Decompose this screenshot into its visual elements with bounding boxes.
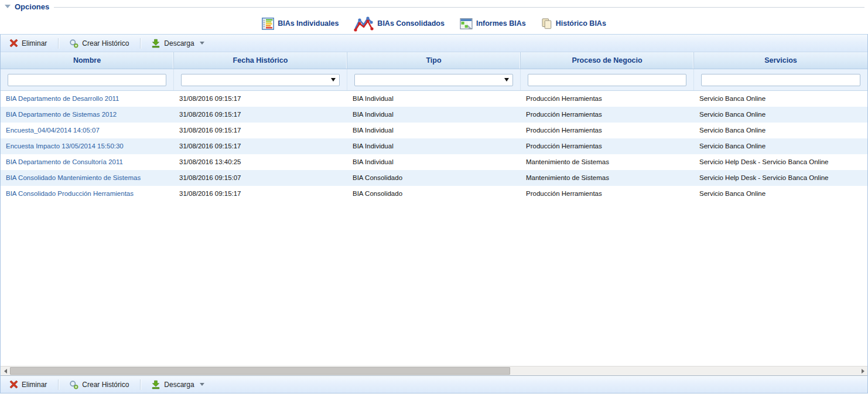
grid-body: BIA Departamento de Desarrollo 2011 31/0… <box>1 91 867 366</box>
nav-bias-individuales[interactable]: BIAs Individuales <box>262 18 339 30</box>
download-icon <box>151 380 160 389</box>
table-row[interactable]: BIA Departamento de Consultoría 2011 31/… <box>1 154 867 170</box>
crear-historico-label: Crear Histórico <box>82 39 129 47</box>
cell-proceso: Producción Herramientas <box>521 123 694 138</box>
column-header-servicios[interactable]: Servicios <box>694 52 867 69</box>
nav-label: BIAs Consolidados <box>377 19 445 28</box>
cell-tipo: BIA Individual <box>347 91 521 107</box>
cell-nombre[interactable]: Encuesta Impacto 13/05/2014 15:50:30 <box>1 138 174 154</box>
cell-fecha: 31/08/2016 09:15:17 <box>174 107 347 123</box>
chevron-down-icon <box>200 383 204 386</box>
cell-fecha: 31/08/2016 09:15:17 <box>174 138 347 154</box>
column-header-proceso-negocio[interactable]: Proceso de Negocio <box>521 52 694 69</box>
table-row[interactable]: BIA Departamento de Desarrollo 2011 31/0… <box>1 91 867 107</box>
magnifier-plus-icon <box>69 380 78 389</box>
column-header-fecha-historico[interactable]: Fecha Histórico <box>174 52 347 69</box>
scroll-left-arrow-icon <box>4 369 7 374</box>
historico-bias-screen: Opciones BIAs Individuales BIAs Consolid… <box>0 0 868 393</box>
cell-nombre[interactable]: BIA Departamento de Consultoría 2011 <box>1 154 174 170</box>
toolbar-separator <box>140 379 141 390</box>
cell-proceso: Mantenimiento de Sistemas <box>521 170 694 186</box>
descarga-button-bottom[interactable]: Descarga <box>146 378 210 392</box>
nav-label: Histórico BIAs <box>556 19 606 28</box>
dropdown-caret-icon <box>504 78 509 82</box>
scroll-right-arrow-icon <box>862 369 864 374</box>
horizontal-scrollbar[interactable] <box>1 366 867 375</box>
cell-tipo: BIA Consolidado <box>347 186 521 202</box>
history-documents-icon <box>541 18 552 29</box>
eliminar-label: Eliminar <box>22 39 47 47</box>
magnifier-plus-icon <box>69 39 78 48</box>
cell-servicios: Servicio Banca Online <box>694 91 867 107</box>
nav-bias-consolidados[interactable]: BIAs Consolidados <box>354 16 445 32</box>
cell-servicios: Servicio Banca Online <box>694 186 867 202</box>
cell-proceso: Producción Herramientas <box>521 107 694 123</box>
line-chart-icon <box>354 16 374 32</box>
eliminar-label: Eliminar <box>22 381 47 389</box>
nav-informes-bias[interactable]: Informes BIAs <box>460 18 526 29</box>
cell-fecha: 31/08/2016 09:15:17 <box>174 186 347 202</box>
chevron-down-icon <box>200 42 204 45</box>
scroll-left-button[interactable] <box>1 367 10 375</box>
opciones-title: Opciones <box>15 2 49 11</box>
table-row[interactable]: BIA Consolidado Producción Herramientas … <box>1 186 867 202</box>
cell-fecha: 31/08/2016 09:15:17 <box>174 91 347 107</box>
cell-nombre[interactable]: BIA Consolidado Producción Herramientas <box>1 186 174 202</box>
cell-nombre[interactable]: Encuesta_04/04/2014 14:05:07 <box>1 123 174 138</box>
scrollbar-thumb[interactable] <box>10 367 510 375</box>
cell-fecha: 31/08/2016 13:40:25 <box>174 154 347 170</box>
nav-label: BIAs Individuales <box>278 19 339 28</box>
cell-nombre[interactable]: BIA Departamento de Desarrollo 2011 <box>1 91 174 107</box>
scroll-right-button[interactable] <box>858 367 867 375</box>
delete-x-icon <box>9 39 18 47</box>
cell-servicios: Servicio Banca Online <box>694 138 867 154</box>
descarga-label: Descarga <box>164 381 194 389</box>
cell-nombre[interactable]: BIA Departamento de Sistemas 2012 <box>1 107 174 123</box>
grid-column-headers: Nombre Fecha Histórico Tipo Proceso de N… <box>1 52 867 69</box>
table-row[interactable]: BIA Departamento de Sistemas 2012 31/08/… <box>1 107 867 123</box>
cell-nombre[interactable]: BIA Consolidado Mantenimiento de Sistema… <box>1 170 174 186</box>
crear-historico-button-bottom[interactable]: Crear Histórico <box>64 378 135 392</box>
historico-grid-panel: Eliminar Crear Histórico Descarga Nombre <box>0 34 868 393</box>
table-row[interactable]: Encuesta Impacto 13/05/2014 15:50:30 31/… <box>1 138 867 154</box>
scrollbar-track[interactable] <box>10 367 858 375</box>
opciones-fieldset-header: Opciones <box>0 0 868 13</box>
cell-fecha: 31/08/2016 09:15:07 <box>174 170 347 186</box>
cell-proceso: Mantenimiento de Sistemas <box>521 154 694 170</box>
cell-tipo: BIA Consolidado <box>347 170 521 186</box>
cell-servicios: Servicio Banca Online <box>694 123 867 138</box>
cell-proceso: Producción Herramientas <box>521 138 694 154</box>
filter-cell-tipo <box>347 69 521 90</box>
tipo-filter-select[interactable] <box>354 74 513 86</box>
column-header-tipo[interactable]: Tipo <box>347 52 521 69</box>
column-header-nombre[interactable]: Nombre <box>1 52 174 69</box>
collapse-toggle-icon[interactable] <box>5 5 11 8</box>
toolbar-separator <box>58 38 59 49</box>
crear-historico-button[interactable]: Crear Histórico <box>64 36 135 50</box>
crear-historico-label: Crear Histórico <box>82 381 129 389</box>
fecha-filter-select[interactable] <box>181 74 340 86</box>
toolbar-separator <box>140 38 141 49</box>
nav-historico-bias[interactable]: Histórico BIAs <box>541 18 606 29</box>
nombre-filter-input[interactable] <box>8 74 166 86</box>
toolbar-separator <box>58 379 59 390</box>
grid-filter-row <box>1 69 867 91</box>
cell-servicios: Servicio Help Desk - Servicio Banca Onli… <box>694 154 867 170</box>
servicios-filter-input[interactable] <box>701 74 860 86</box>
table-row[interactable]: Encuesta_04/04/2014 14:05:07 31/08/2016 … <box>1 123 867 138</box>
eliminar-button-bottom[interactable]: Eliminar <box>5 378 53 391</box>
filter-cell-servicios <box>694 69 867 90</box>
module-nav: BIAs Individuales BIAs Consolidados Info… <box>0 13 868 34</box>
cell-tipo: BIA Individual <box>347 123 521 138</box>
descarga-button[interactable]: Descarga <box>146 36 210 50</box>
bia-individual-table-icon <box>262 18 274 30</box>
cell-tipo: BIA Individual <box>347 138 521 154</box>
cell-tipo: BIA Individual <box>347 107 521 123</box>
eliminar-button[interactable]: Eliminar <box>5 36 53 50</box>
cell-proceso: Producción Herramientas <box>521 186 694 202</box>
cell-servicios: Servicio Help Desk - Servicio Banca Onli… <box>694 170 867 186</box>
table-row[interactable]: BIA Consolidado Mantenimiento de Sistema… <box>1 170 867 186</box>
delete-x-icon <box>9 380 18 389</box>
proceso-filter-input[interactable] <box>528 74 686 86</box>
filter-cell-fecha <box>174 69 347 90</box>
